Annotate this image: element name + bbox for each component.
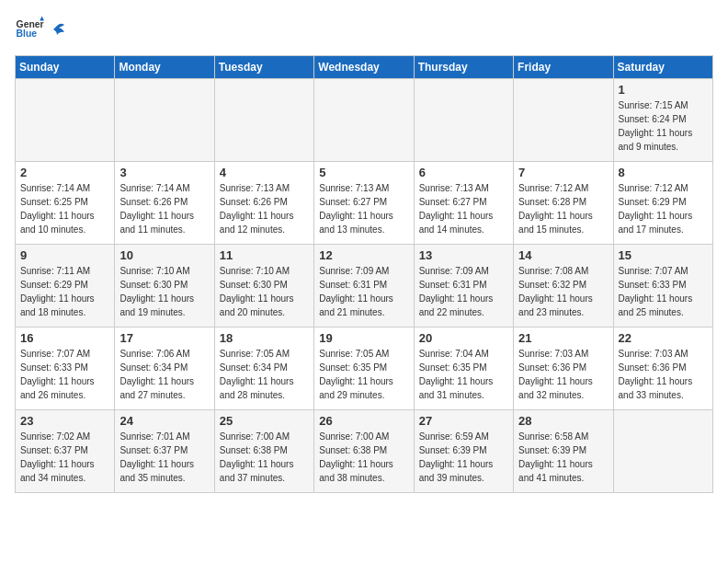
day-detail: Sunrise: 7:15 AM Sunset: 6:24 PM Dayligh… [619, 98, 708, 154]
day-detail: Sunrise: 7:13 AM Sunset: 6:27 PM Dayligh… [419, 181, 508, 236]
day-detail: Sunrise: 7:07 AM Sunset: 6:33 PM Dayligh… [20, 347, 109, 402]
calendar-cell: 17Sunrise: 7:06 AM Sunset: 6:34 PM Dayli… [115, 327, 214, 410]
day-detail: Sunrise: 7:01 AM Sunset: 6:37 PM Dayligh… [119, 430, 209, 485]
calendar-cell [115, 79, 214, 162]
day-number: 27 [419, 414, 508, 428]
calendar-cell: 1Sunrise: 7:15 AM Sunset: 6:24 PM Daylig… [613, 79, 712, 162]
weekday-header: Saturday [613, 56, 712, 79]
logo-bird [48, 22, 66, 40]
day-detail: Sunrise: 6:58 AM Sunset: 6:39 PM Dayligh… [518, 430, 608, 485]
calendar-week-row: 9Sunrise: 7:11 AM Sunset: 6:29 PM Daylig… [16, 245, 713, 327]
day-number: 17 [119, 331, 209, 345]
weekday-header-row: SundayMondayTuesdayWednesdayThursdayFrid… [16, 56, 713, 79]
weekday-header: Tuesday [214, 56, 313, 79]
day-number: 23 [20, 414, 109, 428]
calendar-cell: 28Sunrise: 6:58 AM Sunset: 6:39 PM Dayli… [514, 410, 613, 493]
calendar-cell: 12Sunrise: 7:09 AM Sunset: 6:31 PM Dayli… [314, 245, 414, 327]
day-detail: Sunrise: 7:13 AM Sunset: 6:27 PM Dayligh… [319, 181, 408, 236]
calendar-cell: 2Sunrise: 7:14 AM Sunset: 6:25 PM Daylig… [16, 162, 115, 245]
calendar-cell [214, 79, 313, 162]
day-detail: Sunrise: 7:04 AM Sunset: 6:35 PM Dayligh… [419, 347, 508, 402]
svg-marker-2 [40, 17, 44, 21]
svg-text:Blue: Blue [17, 29, 38, 39]
day-number: 13 [419, 248, 508, 262]
logo: General Blue [15, 15, 66, 44]
day-number: 14 [518, 248, 608, 262]
calendar-cell: 10Sunrise: 7:10 AM Sunset: 6:30 PM Dayli… [115, 245, 214, 327]
calendar-cell: 7Sunrise: 7:12 AM Sunset: 6:28 PM Daylig… [514, 162, 613, 245]
calendar-table: SundayMondayTuesdayWednesdayThursdayFrid… [15, 55, 713, 493]
calendar-cell: 15Sunrise: 7:07 AM Sunset: 6:33 PM Dayli… [613, 245, 712, 327]
day-number: 9 [20, 248, 109, 262]
day-detail: Sunrise: 7:02 AM Sunset: 6:37 PM Dayligh… [20, 430, 109, 485]
calendar-cell: 8Sunrise: 7:12 AM Sunset: 6:29 PM Daylig… [613, 162, 712, 245]
calendar-cell [314, 79, 414, 162]
day-detail: Sunrise: 7:14 AM Sunset: 6:26 PM Dayligh… [119, 181, 209, 236]
day-number: 19 [319, 331, 408, 345]
day-detail: Sunrise: 7:11 AM Sunset: 6:29 PM Dayligh… [20, 264, 109, 319]
day-number: 6 [419, 166, 508, 179]
day-number: 15 [619, 248, 708, 262]
calendar-cell: 19Sunrise: 7:05 AM Sunset: 6:35 PM Dayli… [314, 327, 414, 410]
calendar-cell: 21Sunrise: 7:03 AM Sunset: 6:36 PM Dayli… [514, 327, 613, 410]
day-number: 12 [319, 248, 408, 262]
day-number: 25 [220, 414, 309, 428]
day-number: 5 [319, 166, 408, 179]
day-detail: Sunrise: 7:00 AM Sunset: 6:38 PM Dayligh… [220, 430, 309, 485]
day-detail: Sunrise: 7:14 AM Sunset: 6:25 PM Dayligh… [20, 181, 109, 236]
day-detail: Sunrise: 7:00 AM Sunset: 6:38 PM Dayligh… [319, 430, 408, 485]
calendar-cell [16, 79, 115, 162]
day-number: 20 [419, 331, 508, 345]
calendar-cell: 11Sunrise: 7:10 AM Sunset: 6:30 PM Dayli… [214, 245, 313, 327]
calendar-cell: 22Sunrise: 7:03 AM Sunset: 6:36 PM Dayli… [613, 327, 712, 410]
day-number: 22 [619, 331, 708, 345]
day-detail: Sunrise: 7:12 AM Sunset: 6:28 PM Dayligh… [518, 181, 608, 236]
day-number: 7 [518, 166, 608, 179]
day-detail: Sunrise: 6:59 AM Sunset: 6:39 PM Dayligh… [419, 430, 508, 485]
calendar-cell: 6Sunrise: 7:13 AM Sunset: 6:27 PM Daylig… [414, 162, 513, 245]
calendar-cell: 9Sunrise: 7:11 AM Sunset: 6:29 PM Daylig… [16, 245, 115, 327]
day-number: 3 [119, 166, 209, 179]
calendar-week-row: 16Sunrise: 7:07 AM Sunset: 6:33 PM Dayli… [16, 327, 713, 410]
calendar-week-row: 1Sunrise: 7:15 AM Sunset: 6:24 PM Daylig… [16, 79, 713, 162]
day-number: 2 [20, 166, 109, 179]
day-number: 4 [220, 166, 309, 179]
day-number: 28 [518, 414, 608, 428]
day-number: 24 [119, 414, 209, 428]
day-detail: Sunrise: 7:08 AM Sunset: 6:32 PM Dayligh… [518, 264, 608, 319]
calendar-cell: 5Sunrise: 7:13 AM Sunset: 6:27 PM Daylig… [314, 162, 414, 245]
day-number: 1 [619, 83, 708, 97]
calendar-cell: 24Sunrise: 7:01 AM Sunset: 6:37 PM Dayli… [115, 410, 214, 493]
day-detail: Sunrise: 7:09 AM Sunset: 6:31 PM Dayligh… [319, 264, 408, 319]
day-detail: Sunrise: 7:05 AM Sunset: 6:35 PM Dayligh… [319, 347, 408, 402]
weekday-header: Thursday [414, 56, 513, 79]
calendar-cell: 25Sunrise: 7:00 AM Sunset: 6:38 PM Dayli… [214, 410, 313, 493]
day-number: 11 [220, 248, 309, 262]
calendar-cell: 26Sunrise: 7:00 AM Sunset: 6:38 PM Dayli… [314, 410, 414, 493]
calendar-week-row: 23Sunrise: 7:02 AM Sunset: 6:37 PM Dayli… [16, 410, 713, 493]
day-number: 8 [619, 166, 708, 179]
weekday-header: Monday [115, 56, 214, 79]
calendar-cell: 20Sunrise: 7:04 AM Sunset: 6:35 PM Dayli… [414, 327, 513, 410]
calendar-cell: 14Sunrise: 7:08 AM Sunset: 6:32 PM Dayli… [514, 245, 613, 327]
day-number: 16 [20, 331, 109, 345]
calendar-cell: 18Sunrise: 7:05 AM Sunset: 6:34 PM Dayli… [214, 327, 313, 410]
calendar-cell: 3Sunrise: 7:14 AM Sunset: 6:26 PM Daylig… [115, 162, 214, 245]
weekday-header: Friday [514, 56, 613, 79]
day-number: 18 [220, 331, 309, 345]
day-detail: Sunrise: 7:10 AM Sunset: 6:30 PM Dayligh… [119, 264, 209, 319]
weekday-header: Sunday [16, 56, 115, 79]
calendar-cell: 4Sunrise: 7:13 AM Sunset: 6:26 PM Daylig… [214, 162, 313, 245]
day-number: 26 [319, 414, 408, 428]
day-number: 21 [518, 331, 608, 345]
weekday-header: Wednesday [314, 56, 414, 79]
calendar-cell: 23Sunrise: 7:02 AM Sunset: 6:37 PM Dayli… [16, 410, 115, 493]
calendar-cell: 13Sunrise: 7:09 AM Sunset: 6:31 PM Dayli… [414, 245, 513, 327]
calendar-cell [613, 410, 712, 493]
logo-icon: General Blue [15, 15, 44, 44]
day-detail: Sunrise: 7:05 AM Sunset: 6:34 PM Dayligh… [220, 347, 309, 402]
day-number: 10 [119, 248, 209, 262]
day-detail: Sunrise: 7:10 AM Sunset: 6:30 PM Dayligh… [220, 264, 309, 319]
calendar-cell: 16Sunrise: 7:07 AM Sunset: 6:33 PM Dayli… [16, 327, 115, 410]
day-detail: Sunrise: 7:07 AM Sunset: 6:33 PM Dayligh… [619, 264, 708, 319]
